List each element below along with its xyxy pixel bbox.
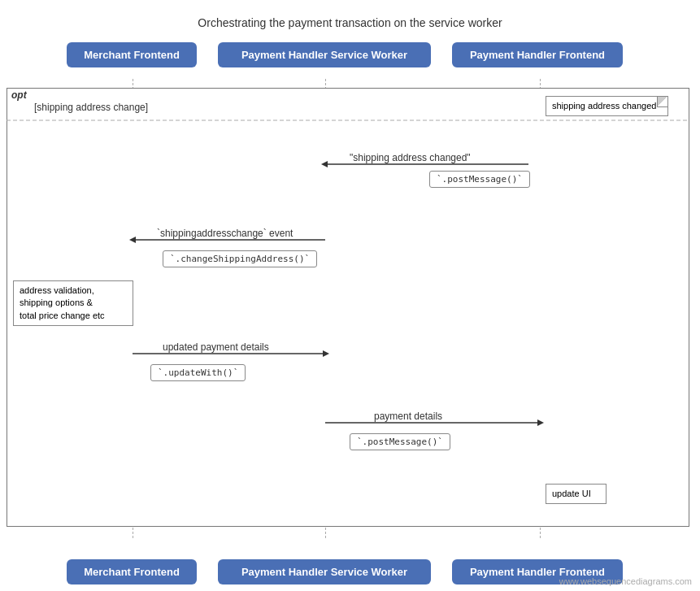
actor-merchant-top: Merchant Frontend (67, 42, 197, 67)
actor-frontend-top: Payment Handler Frontend (452, 42, 623, 67)
watermark: www.websequencediagrams.com (559, 576, 692, 586)
note-update-ui: update UI (546, 484, 607, 504)
msg-shippingaddresschange: `shippingaddresschange` event (157, 228, 293, 239)
code-changeshippingaddress: `.changeShippingAddress()` (163, 250, 317, 267)
code-postmessage-2: `.postMessage()` (350, 433, 450, 450)
opt-label: opt (8, 89, 30, 101)
code-postmessage-1: `.postMessage()` (429, 171, 530, 188)
msg-payment-details: payment details (374, 411, 442, 422)
actor-serviceworker-top: Payment Handler Service Worker (218, 42, 431, 67)
actor-serviceworker-bottom: Payment Handler Service Worker (218, 559, 431, 584)
msg-updated-payment: updated payment details (163, 341, 269, 353)
diagram-title: Orchestrating the payment transaction on… (0, 7, 700, 36)
opt-divider (7, 120, 689, 123)
note-shipping-address-changed: shipping address changed (546, 96, 668, 116)
opt-condition: [shipping address change] (34, 102, 148, 113)
actor-merchant-bottom: Merchant Frontend (67, 559, 197, 584)
msg-shipping-changed: "shipping address changed" (350, 152, 471, 163)
note-address-validation: address validation,shipping options &tot… (13, 280, 133, 326)
code-updatewith: `.updateWith()` (150, 364, 246, 381)
diagram-container: Orchestrating the payment transaction on… (0, 0, 700, 591)
